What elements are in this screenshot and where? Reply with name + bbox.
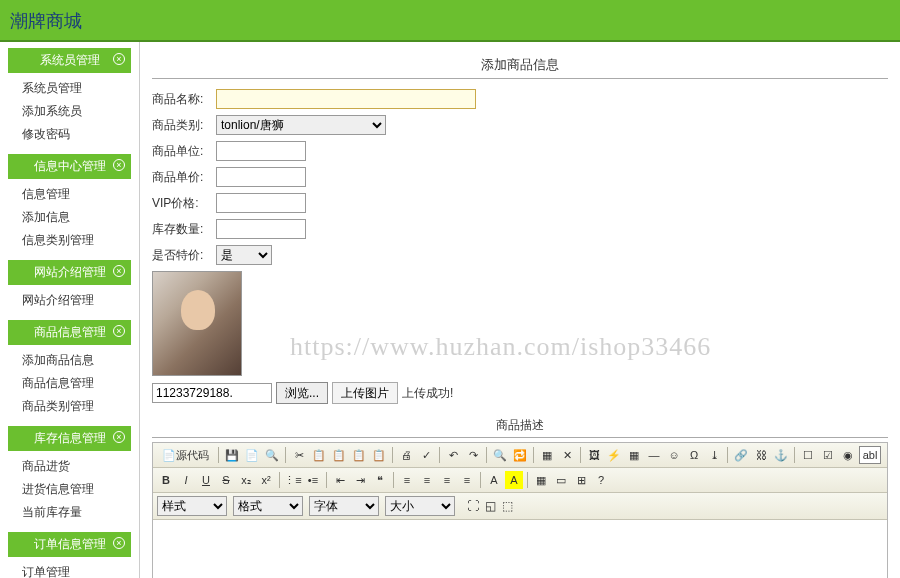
clear-icon[interactable]: ✕ xyxy=(558,446,576,464)
div-icon[interactable]: ▭ xyxy=(552,471,570,489)
checkbox-icon[interactable]: ☑ xyxy=(819,446,837,464)
source-code-button[interactable]: 📄 源代码 xyxy=(157,446,214,464)
menu-item[interactable]: 订单管理 xyxy=(8,561,131,578)
new-page-icon[interactable]: 📄 xyxy=(243,446,261,464)
category-select[interactable]: tonlion/唐狮 xyxy=(216,115,386,135)
menu-head-product[interactable]: 商品信息管理× xyxy=(8,320,131,345)
menu-item[interactable]: 信息管理 xyxy=(8,183,131,206)
fullscreen-icon[interactable]: ⬚ xyxy=(502,499,513,513)
cut-icon[interactable]: ✂ xyxy=(290,446,308,464)
menu-item[interactable]: 商品信息管理 xyxy=(8,372,131,395)
special-select[interactable]: 是 xyxy=(216,245,272,265)
style-select[interactable]: 样式 xyxy=(157,496,227,516)
vip-input[interactable] xyxy=(216,193,306,213)
menu-head-site[interactable]: 网站介绍管理× xyxy=(8,260,131,285)
about-icon[interactable]: ? xyxy=(592,471,610,489)
upload-path-input[interactable] xyxy=(152,383,272,403)
align-center-icon[interactable]: ≡ xyxy=(418,471,436,489)
textfield-icon[interactable]: abl xyxy=(859,446,881,464)
menu-item[interactable]: 信息类别管理 xyxy=(8,229,131,252)
menu-item[interactable]: 商品进货 xyxy=(8,455,131,478)
anchor-icon[interactable]: ⚓ xyxy=(772,446,790,464)
indent-icon[interactable]: ⇥ xyxy=(351,471,369,489)
menu-item[interactable]: 添加商品信息 xyxy=(8,349,131,372)
undo-icon[interactable]: ↶ xyxy=(444,446,462,464)
menu-item[interactable]: 网站介绍管理 xyxy=(8,289,131,312)
preview-icon[interactable]: 🔍 xyxy=(263,446,281,464)
menu-item[interactable]: 修改密码 xyxy=(8,123,131,146)
spell-icon[interactable]: ✓ xyxy=(417,446,435,464)
size-select[interactable]: 大小 xyxy=(385,496,455,516)
page-break-icon[interactable]: ⤓ xyxy=(705,446,723,464)
editor-body[interactable] xyxy=(153,520,887,578)
fit-icon[interactable]: ◱ xyxy=(485,499,496,513)
rich-editor: 📄 源代码 💾 📄 🔍 ✂ 📋 📋 📋 📋 🖨 ✓ ↶ ↷ 🔍 🔁 ▦ ✕ 🖼 … xyxy=(152,442,888,578)
unlink-icon[interactable]: ⛓ xyxy=(752,446,770,464)
align-left-icon[interactable]: ≡ xyxy=(398,471,416,489)
collapse-icon: × xyxy=(113,431,125,443)
quote-icon[interactable]: ❝ xyxy=(371,471,389,489)
menu-item[interactable]: 当前库存量 xyxy=(8,501,131,524)
unit-input[interactable] xyxy=(216,141,306,161)
print-icon[interactable]: 🖨 xyxy=(397,446,415,464)
menu-head-info[interactable]: 信息中心管理× xyxy=(8,154,131,179)
align-right-icon[interactable]: ≡ xyxy=(438,471,456,489)
copy-icon[interactable]: 📋 xyxy=(310,446,328,464)
menu-item[interactable]: 添加信息 xyxy=(8,206,131,229)
watermark: https://www.huzhan.com/ishop33466 xyxy=(290,332,711,362)
outdent-icon[interactable]: ⇤ xyxy=(331,471,349,489)
menu-item[interactable]: 进货信息管理 xyxy=(8,478,131,501)
radio-icon[interactable]: ◉ xyxy=(839,446,857,464)
name-label: 商品名称: xyxy=(152,91,214,108)
browse-button[interactable]: 浏览... xyxy=(276,382,328,404)
bg-color-icon[interactable]: A xyxy=(505,471,523,489)
upload-success-msg: 上传成功! xyxy=(402,385,453,402)
text-color-icon[interactable]: A xyxy=(485,471,503,489)
flash-icon[interactable]: ⚡ xyxy=(605,446,623,464)
special-char-icon[interactable]: Ω xyxy=(685,446,703,464)
replace-icon[interactable]: 🔁 xyxy=(511,446,529,464)
menu-item[interactable]: 商品类别管理 xyxy=(8,395,131,418)
vip-label: VIP价格: xyxy=(152,195,214,212)
template-icon[interactable]: ▦ xyxy=(532,471,550,489)
collapse-icon: × xyxy=(113,265,125,277)
paste-text-icon[interactable]: 📋 xyxy=(350,446,368,464)
link-icon[interactable]: 🔗 xyxy=(732,446,750,464)
table-icon[interactable]: ▦ xyxy=(625,446,643,464)
menu-head-system[interactable]: 系统员管理× xyxy=(8,48,131,73)
price-input[interactable] xyxy=(216,167,306,187)
maximize-icon[interactable]: ⛶ xyxy=(467,499,479,513)
align-justify-icon[interactable]: ≡ xyxy=(458,471,476,489)
product-name-input[interactable] xyxy=(216,89,476,109)
editor-toolbar-2: 样式 格式 字体 大小 ⛶ ◱ ⬚ xyxy=(153,493,887,520)
ol-icon[interactable]: ⋮≡ xyxy=(284,471,302,489)
redo-icon[interactable]: ↷ xyxy=(464,446,482,464)
underline-icon[interactable]: U xyxy=(197,471,215,489)
italic-icon[interactable]: I xyxy=(177,471,195,489)
image-icon[interactable]: 🖼 xyxy=(585,446,603,464)
paste-word-icon[interactable]: 📋 xyxy=(370,446,388,464)
hr-icon[interactable]: ― xyxy=(645,446,663,464)
find-icon[interactable]: 🔍 xyxy=(491,446,509,464)
upload-button[interactable]: 上传图片 xyxy=(332,382,398,404)
ul-icon[interactable]: •≡ xyxy=(304,471,322,489)
format-select[interactable]: 格式 xyxy=(233,496,303,516)
font-select[interactable]: 字体 xyxy=(309,496,379,516)
sup-icon[interactable]: x² xyxy=(257,471,275,489)
category-label: 商品类别: xyxy=(152,117,214,134)
stock-input[interactable] xyxy=(216,219,306,239)
menu-head-stock[interactable]: 库存信息管理× xyxy=(8,426,131,451)
menu-item[interactable]: 添加系统员 xyxy=(8,100,131,123)
bold-icon[interactable]: B xyxy=(157,471,175,489)
menu-item[interactable]: 系统员管理 xyxy=(8,77,131,100)
save-icon[interactable]: 💾 xyxy=(223,446,241,464)
select-all-icon[interactable]: ▦ xyxy=(538,446,556,464)
strike-icon[interactable]: S xyxy=(217,471,235,489)
form-icon[interactable]: ☐ xyxy=(799,446,817,464)
collapse-icon: × xyxy=(113,53,125,65)
show-blocks-icon[interactable]: ⊞ xyxy=(572,471,590,489)
sub-icon[interactable]: x₂ xyxy=(237,471,255,489)
menu-head-order[interactable]: 订单信息管理× xyxy=(8,532,131,557)
paste-icon[interactable]: 📋 xyxy=(330,446,348,464)
smiley-icon[interactable]: ☺ xyxy=(665,446,683,464)
